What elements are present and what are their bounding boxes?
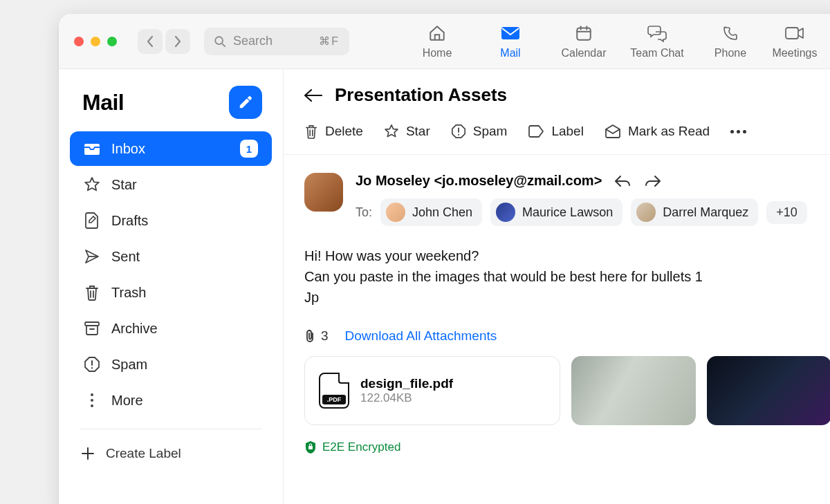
phone-icon xyxy=(722,24,739,43)
main-pane: Presentation Assets Delete Star xyxy=(284,69,830,504)
minimize-window-button[interactable] xyxy=(91,37,100,46)
body-line: Jp xyxy=(304,287,830,308)
folder-archive[interactable]: Archive xyxy=(70,311,272,346)
folder-label: Sent xyxy=(111,249,140,265)
search-icon xyxy=(214,35,226,48)
tab-mail[interactable]: Mail xyxy=(474,24,547,59)
fullscreen-window-button[interactable] xyxy=(107,37,117,46)
download-all-link[interactable]: Download All Attachments xyxy=(345,328,497,344)
mark-read-button[interactable]: Mark as Read xyxy=(605,124,710,139)
compose-button[interactable] xyxy=(229,86,262,119)
folder-more[interactable]: More xyxy=(70,383,272,418)
message-toolbar: Delete Star Spam xyxy=(284,115,830,155)
button-label: Spam xyxy=(473,124,508,139)
attachment-count: 3 xyxy=(304,328,329,344)
svg-point-5 xyxy=(91,393,93,396)
attachments-header: 3 Download All Attachments xyxy=(304,328,830,344)
svg-point-0 xyxy=(215,37,223,44)
create-label-text: Create Label xyxy=(106,446,181,461)
delete-button[interactable]: Delete xyxy=(304,124,363,139)
folder-spam[interactable]: Spam xyxy=(70,347,272,382)
tab-home[interactable]: Home xyxy=(400,24,474,59)
folder-drafts[interactable]: Drafts xyxy=(70,203,272,238)
folder-label: Trash xyxy=(111,285,146,301)
label-button[interactable]: Label xyxy=(528,124,584,139)
folder-inbox[interactable]: Inbox 1 xyxy=(70,131,272,166)
search-input[interactable]: Search ⌘F xyxy=(204,28,349,55)
reply-icon[interactable] xyxy=(614,175,631,187)
sidebar: Mail Inbox 1 Star xyxy=(59,69,284,504)
tab-meetings[interactable]: Meetings xyxy=(767,24,822,59)
nav-buttons xyxy=(138,29,190,54)
nav-back-button[interactable] xyxy=(138,29,163,54)
folder-label: Archive xyxy=(111,321,158,337)
app-body: Mail Inbox 1 Star xyxy=(59,69,830,504)
pencil-icon xyxy=(238,95,253,110)
body-line: Hi! How was your weekend? xyxy=(304,245,830,266)
tab-phone[interactable]: Phone xyxy=(694,24,767,59)
more-actions-button[interactable] xyxy=(730,124,746,139)
app-window: Search ⌘F Home Mail Calendar xyxy=(59,14,830,504)
trash-icon xyxy=(304,124,318,139)
folder-sent[interactable]: Sent xyxy=(70,239,272,274)
sent-icon xyxy=(84,248,100,265)
attachments-list: .PDF design_file.pdf 122.04KB xyxy=(304,356,830,425)
recipient-overflow[interactable]: +10 xyxy=(766,201,807,224)
window-traffic-lights xyxy=(74,37,117,46)
subject-row: Presentation Assets xyxy=(284,84,830,115)
thread-subject: Presentation Assets xyxy=(335,84,507,106)
forward-icon[interactable] xyxy=(645,175,661,187)
folder-label: Star xyxy=(111,177,137,193)
folder-trash[interactable]: Trash xyxy=(70,275,272,310)
create-label-button[interactable]: Create Label xyxy=(67,440,275,467)
attachment-image-thumbnail[interactable] xyxy=(571,356,696,425)
calendar-icon xyxy=(575,24,593,43)
back-arrow-icon[interactable] xyxy=(303,88,322,102)
tab-label: Team Chat xyxy=(630,47,683,59)
tab-calendar[interactable]: Calendar xyxy=(547,24,620,59)
folder-star[interactable]: Star xyxy=(70,167,272,202)
search-shortcut: ⌘F xyxy=(319,35,340,48)
folder-list: Inbox 1 Star Drafts xyxy=(67,131,275,418)
recipient-chip[interactable]: Darrel Marquez xyxy=(631,198,758,226)
svg-point-7 xyxy=(91,404,93,407)
svg-point-6 xyxy=(91,399,93,402)
attachment-file[interactable]: .PDF design_file.pdf 122.04KB xyxy=(304,356,560,425)
overflow-count: +10 xyxy=(776,205,797,220)
mail-open-icon xyxy=(605,124,621,139)
folder-label: Spam xyxy=(111,357,147,373)
tab-team-chat[interactable]: Team Chat xyxy=(620,24,694,59)
svg-rect-8 xyxy=(308,446,313,449)
message-body: Hi! How was your weekend? Can you paste … xyxy=(304,245,830,308)
attachment-image-thumbnail[interactable] xyxy=(707,356,830,425)
drafts-icon xyxy=(84,212,100,229)
search-placeholder: Search xyxy=(233,34,273,48)
avatar-icon xyxy=(496,203,515,222)
top-tabs: Home Mail Calendar Team Chat xyxy=(400,24,822,59)
titlebar: Search ⌘F Home Mail Calendar xyxy=(59,14,830,69)
button-label: Mark as Read xyxy=(628,124,710,139)
to-label: To: xyxy=(356,205,372,220)
tab-label: Calendar xyxy=(562,47,607,59)
nav-forward-button[interactable] xyxy=(165,29,190,54)
svg-rect-4 xyxy=(85,322,99,326)
spam-button[interactable]: Spam xyxy=(451,124,508,139)
button-label: Star xyxy=(406,124,430,139)
spam-icon xyxy=(451,124,466,139)
sender-avatar[interactable] xyxy=(304,173,343,212)
svg-rect-2 xyxy=(577,28,591,39)
recipient-chip[interactable]: John Chen xyxy=(380,198,482,226)
mail-icon xyxy=(501,24,520,43)
recipient-chip[interactable]: Maurice Lawson xyxy=(490,198,622,226)
sender-row: Jo Moseley <jo.moseley@zmail.com> To: Jo… xyxy=(304,173,830,226)
plus-icon xyxy=(81,447,95,460)
star-button[interactable]: Star xyxy=(384,124,430,139)
recipient-name: John Chen xyxy=(412,205,472,220)
tab-label: Home xyxy=(423,47,452,59)
folder-label: Drafts xyxy=(111,213,148,229)
star-icon xyxy=(84,176,100,193)
inbox-badge: 1 xyxy=(240,140,258,158)
folder-label: Inbox xyxy=(111,141,145,157)
close-window-button[interactable] xyxy=(74,37,84,46)
sidebar-divider xyxy=(80,429,262,429)
